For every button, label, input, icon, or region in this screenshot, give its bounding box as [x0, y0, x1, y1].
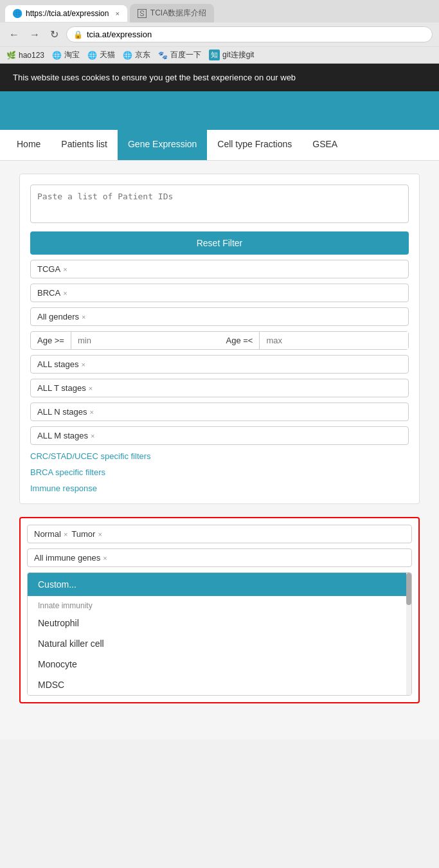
all-immune-genes-remove-button[interactable]: ×: [103, 554, 107, 562]
filter-box: Reset Filter TCGA × BRCA × All genders ×…: [19, 174, 420, 504]
hao123-icon: 🌿: [6, 51, 16, 60]
dropdown-custom-item[interactable]: Custom...: [28, 573, 411, 596]
bookmarks-bar: 🌿 hao123 🌐 淘宝 🌐 天猫 🌐 京东 🐾 百度一下 知 git连接gi…: [0, 46, 439, 63]
innate-immunity-section-label: Innate immunity: [28, 596, 411, 613]
nav-gsea[interactable]: GSEA: [302, 130, 348, 160]
dropdown-option-nk-cell[interactable]: Natural killer cell: [28, 633, 411, 654]
globe-icon-2: 🌐: [87, 51, 97, 60]
brca-filter-row: BRCA ×: [30, 284, 409, 302]
patient-ids-input[interactable]: [30, 185, 409, 223]
tab-favicon-2: 🅂: [138, 8, 147, 19]
tab-close-1[interactable]: ×: [115, 10, 119, 17]
all-immune-genes-label: All immune genes: [34, 553, 100, 563]
stages-label: ALL stages: [37, 359, 79, 369]
nav-gene-expression[interactable]: Gene Expression: [118, 130, 207, 160]
tab-favicon-1: 🌐: [13, 9, 22, 18]
bookmark-jingdong[interactable]: 🌐 京东: [123, 50, 150, 60]
tab-bar: 🌐 https://tcia.at/expression × 🅂 TCIA数据库…: [0, 0, 439, 23]
scrollbar-track: [406, 573, 411, 695]
crc-specific-filters-link[interactable]: CRC/STAD/UCEC specific filters: [30, 451, 409, 461]
tcga-tag: TCGA ×: [37, 264, 67, 274]
brca-tag: BRCA ×: [37, 288, 67, 298]
sample-filter-section: Normal × Tumor × All immune genes × Cust…: [19, 517, 420, 703]
brca-label: BRCA: [37, 288, 60, 298]
age-gte-label: Age >=: [31, 332, 71, 349]
m-stages-remove-button[interactable]: ×: [91, 432, 94, 440]
bookmark-git[interactable]: 知 git连接git: [209, 50, 254, 60]
tumor-label: Tumor: [71, 529, 95, 539]
gene-filter-row: All immune genes ×: [27, 548, 412, 567]
url-text: tcia.at/expression: [87, 30, 152, 39]
dropdown-option-monocyte[interactable]: Monocyte: [28, 654, 411, 674]
tcga-remove-button[interactable]: ×: [63, 266, 67, 273]
normal-label: Normal: [34, 529, 61, 539]
normal-remove-button[interactable]: ×: [64, 530, 67, 538]
bookmark-baidu[interactable]: 🐾 百度一下: [158, 50, 201, 60]
nav-patients-list[interactable]: Patients list: [51, 130, 118, 160]
gene-dropdown: Custom... Innate immunity Neutrophil Nat…: [27, 572, 412, 696]
globe-icon-3: 🌐: [123, 51, 132, 60]
normal-tag: Normal ×: [34, 529, 67, 539]
immune-response-link[interactable]: Immune response: [30, 484, 409, 493]
browser-chrome: 🌐 https://tcia.at/expression × 🅂 TCIA数据库…: [0, 0, 439, 64]
tcga-label: TCGA: [37, 264, 60, 274]
brca-remove-button[interactable]: ×: [63, 289, 67, 297]
bookmark-label-git: git连接git: [222, 50, 254, 60]
age-filter-row: Age >= Age =<: [30, 331, 409, 350]
stages-tag: ALL stages ×: [37, 359, 85, 369]
dropdown-option-neutrophil[interactable]: Neutrophil: [28, 613, 411, 633]
reset-filter-button[interactable]: Reset Filter: [30, 231, 409, 255]
cookie-text: This website uses cookies to ensure you …: [13, 73, 296, 82]
m-stages-filter-row: ALL M stages ×: [30, 426, 409, 445]
zhi-icon: 知: [209, 50, 220, 60]
sample-type-filter-row: Normal × Tumor ×: [27, 525, 412, 543]
dropdown-option-mdsc[interactable]: MDSC: [28, 674, 411, 695]
url-bar[interactable]: 🔒 tcia.at/expression: [66, 26, 433, 42]
back-button[interactable]: ←: [6, 28, 22, 42]
nav-home[interactable]: Home: [6, 130, 51, 160]
app-header: [0, 91, 439, 130]
tab-active[interactable]: 🌐 https://tcia.at/expression ×: [5, 5, 127, 22]
bookmark-label-jingdong: 京东: [135, 50, 150, 60]
tumor-tag: Tumor ×: [71, 529, 102, 539]
n-stages-tag: ALL N stages ×: [37, 407, 94, 417]
scrollbar-thumb[interactable]: [406, 573, 411, 605]
brca-specific-filters-link[interactable]: BRCA specific filters: [30, 467, 409, 477]
bookmark-hao123[interactable]: 🌿 hao123: [6, 51, 44, 60]
tumor-remove-button[interactable]: ×: [98, 530, 102, 538]
all-immune-genes-tag: All immune genes ×: [34, 553, 107, 563]
tab-inactive-2[interactable]: 🅂 TCIA数据库介绍: [130, 4, 214, 23]
bookmark-label-baidu: 百度一下: [170, 50, 201, 60]
address-bar: ← → ↻ 🔒 tcia.at/expression: [0, 23, 439, 46]
genders-tag: All genders ×: [37, 312, 85, 321]
reload-button[interactable]: ↻: [48, 27, 61, 42]
dropdown-scroll-area: Custom... Innate immunity Neutrophil Nat…: [28, 573, 411, 695]
t-stages-tag: ALL T stages ×: [37, 383, 93, 393]
baidu-icon: 🐾: [158, 51, 168, 60]
main-content: Reset Filter TCGA × BRCA × All genders ×…: [0, 161, 439, 739]
bookmark-label-taobao: 淘宝: [64, 50, 80, 60]
genders-remove-button[interactable]: ×: [82, 313, 85, 321]
tab-label-2: TCIA数据库介绍: [150, 8, 206, 19]
t-stages-label: ALL T stages: [37, 383, 86, 393]
nav-cell-type-fractions[interactable]: Cell type Fractions: [207, 130, 302, 160]
globe-icon-1: 🌐: [52, 51, 62, 60]
genders-filter-row: All genders ×: [30, 307, 409, 326]
tab-label-1: https://tcia.at/expression: [26, 9, 109, 18]
age-min-input[interactable]: [71, 332, 220, 349]
age-max-input[interactable]: [260, 332, 408, 349]
stages-remove-button[interactable]: ×: [82, 361, 85, 368]
age-lte-label: Age =<: [220, 332, 260, 349]
m-stages-label: ALL M stages: [37, 431, 88, 440]
m-stages-tag: ALL M stages ×: [37, 431, 94, 440]
tcga-filter-row: TCGA ×: [30, 260, 409, 278]
forward-button[interactable]: →: [27, 28, 42, 42]
cookie-banner: This website uses cookies to ensure you …: [0, 64, 439, 91]
t-stages-filter-row: ALL T stages ×: [30, 379, 409, 397]
stages-filter-row: ALL stages ×: [30, 355, 409, 374]
t-stages-remove-button[interactable]: ×: [89, 384, 93, 392]
n-stages-remove-button[interactable]: ×: [90, 408, 94, 416]
bookmark-taobao[interactable]: 🌐 淘宝: [52, 50, 80, 60]
nav-bar: Home Patients list Gene Expression Cell …: [0, 130, 439, 161]
bookmark-tianmao[interactable]: 🌐 天猫: [87, 50, 115, 60]
